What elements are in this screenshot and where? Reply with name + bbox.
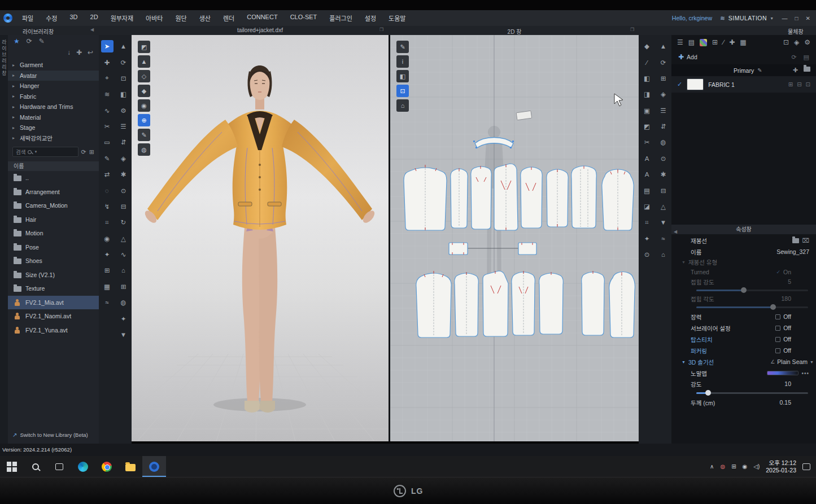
library-search-input[interactable]: 검색 ▼ bbox=[12, 147, 78, 157]
intensity-value[interactable]: 10 bbox=[784, 380, 809, 387]
brush-icon[interactable]: ✎ bbox=[138, 129, 150, 141]
globe-icon[interactable]: ◍ bbox=[138, 143, 150, 156]
library-file-item[interactable]: Hair bbox=[8, 213, 99, 227]
box-tool[interactable]: ⊡ bbox=[117, 72, 130, 85]
slash-tool[interactable]: ∕ bbox=[641, 56, 653, 69]
gear-icon[interactable]: ⚙ bbox=[804, 38, 810, 46]
scissors-tool[interactable]: ✂ bbox=[101, 120, 114, 133]
menu-item[interactable]: 3D bbox=[65, 12, 83, 24]
library-tree-item[interactable]: ▸ Hanger bbox=[8, 81, 99, 91]
redo-tool[interactable]: ↻ bbox=[117, 216, 130, 229]
name-value[interactable]: Sewing_327 bbox=[776, 248, 809, 255]
dot-tool[interactable]: ⊙ bbox=[657, 152, 670, 165]
sparkle-tool[interactable]: ✦ bbox=[101, 248, 114, 261]
diamond-tool[interactable]: ◆ bbox=[641, 40, 653, 52]
layers-icon[interactable]: ⊟ bbox=[797, 81, 801, 87]
menu-item[interactable]: 설정 bbox=[360, 12, 381, 24]
checkbox[interactable] bbox=[775, 348, 780, 353]
corner-tool[interactable]: ◩ bbox=[641, 120, 653, 133]
sync-icon[interactable]: ⟳ bbox=[791, 54, 796, 61]
add-button[interactable]: Add bbox=[687, 54, 697, 60]
star-tool[interactable]: ✱ bbox=[117, 168, 130, 181]
simulation-dropdown[interactable]: ≋ SIMULATION ▼ bbox=[720, 15, 774, 22]
fold-angle-value[interactable]: 180 bbox=[781, 295, 809, 302]
down-tool[interactable]: ▼ bbox=[657, 216, 670, 229]
transform-tool[interactable]: ✚ bbox=[101, 56, 114, 69]
add-library-icon[interactable]: ✚ bbox=[76, 49, 82, 56]
menu-item[interactable]: 수정 bbox=[41, 12, 62, 24]
library-file-item[interactable]: Texture bbox=[8, 282, 99, 296]
tray-app-icon[interactable]: ◍ bbox=[720, 463, 725, 470]
flatten-tool[interactable]: ↯ bbox=[101, 200, 114, 213]
user-greeting[interactable]: Hello, crkginew bbox=[672, 15, 712, 21]
gizmo-icon[interactable]: ◩ bbox=[138, 41, 150, 53]
diamond-tool[interactable]: ◈ bbox=[117, 152, 130, 165]
arrange-tool[interactable]: ▲ bbox=[117, 40, 130, 52]
slash-icon[interactable]: ∕ bbox=[723, 38, 724, 46]
menu-tool[interactable]: ☰ bbox=[117, 120, 130, 133]
edge-button[interactable] bbox=[71, 456, 95, 477]
grid-view-icon[interactable]: ⊞ bbox=[89, 148, 94, 156]
checker-icon[interactable] bbox=[700, 39, 707, 46]
tri-tool[interactable]: △ bbox=[657, 200, 670, 213]
jacket-sleeve-left[interactable] bbox=[147, 120, 238, 220]
free-sew-tool[interactable]: ∿ bbox=[101, 104, 114, 117]
minimize-button[interactable]: — bbox=[782, 15, 788, 21]
half-right-tool[interactable]: ◨ bbox=[641, 88, 653, 100]
dock-pin-icon[interactable]: ◀ bbox=[90, 27, 94, 32]
notification-center-icon[interactable] bbox=[802, 463, 810, 470]
select-tool[interactable]: ➤ bbox=[101, 40, 114, 52]
rotate-tool[interactable]: ⟳ bbox=[657, 56, 670, 69]
refresh-icon[interactable]: ⟳ bbox=[27, 37, 32, 45]
download-icon[interactable]: ↓ bbox=[67, 49, 71, 56]
rows-tool[interactable]: ▤ bbox=[641, 185, 653, 197]
property-panel-header[interactable]: ◀ 속성창 bbox=[671, 225, 816, 234]
name-column-header[interactable]: 이름 bbox=[8, 161, 99, 171]
sync-icon[interactable]: ⊡ bbox=[396, 85, 409, 97]
folder-icon[interactable] bbox=[804, 67, 810, 72]
spark-tool[interactable]: ✦ bbox=[117, 313, 130, 325]
avatar-display-icon[interactable]: ◇ bbox=[138, 70, 150, 82]
library-file-item[interactable]: Motion bbox=[8, 226, 99, 240]
list-icon[interactable]: ▤ bbox=[804, 54, 809, 61]
minus-box-tool[interactable]: ⊟ bbox=[117, 200, 130, 213]
star-tool[interactable]: ✱ bbox=[657, 168, 670, 181]
taskbar-search-button[interactable] bbox=[24, 456, 47, 477]
sort-tool[interactable]: ⇵ bbox=[657, 120, 670, 133]
edit-icon[interactable]: ✎ bbox=[39, 37, 45, 45]
fabric-checkbox[interactable]: ✓ bbox=[677, 81, 682, 88]
cut-tool[interactable]: ✂ bbox=[641, 136, 653, 148]
clo-logo-icon[interactable] bbox=[3, 14, 12, 23]
refresh-icon[interactable]: ⟳ bbox=[81, 148, 86, 156]
thumbnail-icon[interactable]: ▤ bbox=[688, 38, 695, 46]
grain-tool[interactable]: ▣ bbox=[641, 104, 653, 117]
library-file-item[interactable]: FV2.1_Naomi.avt bbox=[8, 309, 99, 323]
side-tab-library[interactable]: 라이브러리창 bbox=[1, 40, 8, 77]
checkbox[interactable] bbox=[775, 337, 780, 342]
text-tool[interactable]: A bbox=[641, 152, 653, 165]
avatar-3d[interactable] bbox=[132, 35, 389, 441]
dot-tool[interactable]: ⊙ bbox=[641, 248, 653, 261]
pattern-pieces-bottom-row[interactable] bbox=[416, 271, 635, 338]
plus-box-tool[interactable]: ⊞ bbox=[657, 72, 670, 85]
seam-type-value[interactable]: Plain Seam bbox=[777, 358, 808, 365]
down-tool[interactable]: ▼ bbox=[117, 328, 130, 341]
wave-tool[interactable]: ≈ bbox=[101, 296, 114, 309]
task-view-button[interactable] bbox=[47, 456, 71, 477]
menu-item[interactable]: 원부자재 bbox=[106, 12, 138, 24]
check-icon[interactable]: ✓ bbox=[776, 269, 780, 275]
clock[interactable]: 오후 12:12 2025-01-23 bbox=[766, 459, 796, 474]
tray-expand-icon[interactable]: ∧ bbox=[710, 463, 714, 470]
seam-section-row[interactable]: ▼ 3D 솔기선 ∠ Plain Seam ▼ bbox=[671, 356, 816, 367]
checkbox[interactable] bbox=[775, 326, 780, 331]
circle-dot-tool[interactable]: ◍ bbox=[117, 296, 130, 309]
library-file-item[interactable]: Size (V2.1) bbox=[8, 268, 99, 282]
start-button[interactable] bbox=[0, 456, 24, 477]
copy-icon[interactable]: ⊞ bbox=[788, 81, 793, 87]
pattern-display-icon[interactable]: ◧ bbox=[396, 70, 409, 82]
pen-icon[interactable]: ✎ bbox=[396, 41, 409, 53]
fabric-swatch[interactable] bbox=[687, 78, 704, 90]
diamond-tool[interactable]: ◈ bbox=[657, 88, 670, 100]
library-file-item[interactable]: FV2.1_Mia.avt bbox=[8, 296, 99, 310]
library-tree-item[interactable]: ▸ 새박강의교안 bbox=[8, 133, 99, 144]
